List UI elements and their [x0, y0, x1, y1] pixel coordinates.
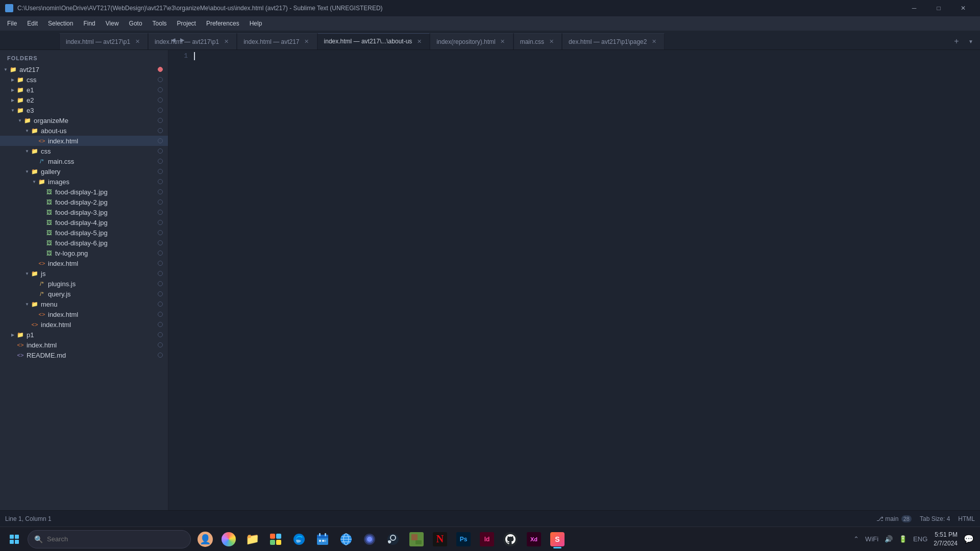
taskbar-app-netflix[interactable]: N	[429, 528, 451, 550]
tree-item-menu[interactable]: ▼ 📁 menu	[0, 299, 168, 309]
taskbar-app-indesign[interactable]: Id	[476, 528, 498, 550]
menu-goto[interactable]: Goto	[124, 18, 148, 29]
tab-5-close[interactable]: ✕	[499, 38, 507, 46]
tab-4-close[interactable]: ✕	[415, 37, 423, 45]
tab-1-close[interactable]: ✕	[133, 38, 141, 46]
taskbar-app-github[interactable]	[499, 528, 522, 550]
tray-language[interactable]: ENG	[911, 534, 929, 544]
tray-battery-icon[interactable]: 🔋	[897, 534, 909, 544]
tree-item-css2[interactable]: ▼ 📁 css	[0, 146, 168, 156]
tree-item-food3[interactable]: ▶ 🖼 food-display-3.jpg	[0, 207, 168, 217]
status-position[interactable]: Line 1, Column 1	[5, 515, 52, 522]
tray-wifi-icon[interactable]: WiFi	[863, 534, 880, 544]
tree-item-menu-index[interactable]: ▶ <> index.html	[0, 309, 168, 319]
git-branch-icon: ⎇	[876, 515, 884, 522]
sidebar: FOLDERS ▼ 📁 avt217 ▶ 📁 css ▶ 📁 e1	[0, 50, 168, 510]
tree-item-readme[interactable]: ▶ <> README.md	[0, 350, 168, 360]
tree-item-main-css[interactable]: ▶ /* main.css	[0, 156, 168, 166]
tree-item-food6[interactable]: ▶ 🖼 food-display-6.jpg	[0, 238, 168, 248]
new-tab-button[interactable]: +	[949, 33, 964, 49]
tree-item-e3[interactable]: ▼ 📁 e3	[0, 105, 168, 115]
search-input[interactable]	[47, 535, 184, 543]
tab-prev-button[interactable]: ◀	[168, 33, 178, 49]
tab-7-close[interactable]: ✕	[650, 38, 658, 46]
tree-item-food1[interactable]: ▶ 🖼 food-display-1.jpg	[0, 187, 168, 197]
text-cursor	[194, 52, 195, 60]
tray-up-arrow[interactable]: ⌃	[851, 534, 861, 544]
menu-file[interactable]: File	[2, 18, 22, 29]
tree-item-e2[interactable]: ▶ 📁 e2	[0, 95, 168, 105]
tab-next-button[interactable]: ▶	[178, 33, 187, 49]
tab-5[interactable]: index(repository).html ✕	[430, 33, 513, 49]
tray-clock[interactable]: 5:51 PM 2/7/2024	[934, 531, 958, 548]
tree-item-about-us-index[interactable]: ▶ <> index.html	[0, 136, 168, 146]
taskbar-app-fileexplorer[interactable]: 📁	[241, 528, 263, 550]
tree-item-root-index[interactable]: ▶ <> index.html	[0, 340, 168, 350]
close-button[interactable]: ✕	[951, 0, 975, 16]
menu-find[interactable]: Find	[78, 18, 100, 29]
editor-content[interactable]: 1	[168, 50, 980, 510]
taskbar-app-browser[interactable]	[335, 528, 357, 550]
taskbar-app-photoshop[interactable]: Ps	[452, 528, 475, 550]
tab-6-close[interactable]: ✕	[547, 38, 555, 46]
taskbar-search-box[interactable]: 🔍	[28, 530, 191, 548]
md-file-icon: <>	[16, 351, 24, 359]
taskbar-app-settings[interactable]	[217, 528, 240, 550]
tree-item-js[interactable]: ▼ 📁 js	[0, 268, 168, 279]
tab-7[interactable]: ‌dex.html — avt217\p1\page2 ✕	[562, 33, 665, 49]
menu-edit[interactable]: Edit	[22, 18, 43, 29]
tree-item-tvlogo[interactable]: ▶ 🖼 tv-logo.png	[0, 248, 168, 258]
taskbar-app-minecraft[interactable]	[405, 528, 428, 550]
tree-item-food4[interactable]: ▶ 🖼 food-display-4.jpg	[0, 217, 168, 228]
tab-1[interactable]: index.html — avt217\p1 ✕	[59, 33, 148, 49]
tree-item-p1[interactable]: ▶ 📁 p1	[0, 330, 168, 340]
status-language[interactable]: HTML	[958, 515, 975, 522]
menu-tools[interactable]: Tools	[148, 18, 172, 29]
tree-item-plugins[interactable]: ▶ /* plugins.js	[0, 279, 168, 289]
tree-item-gallery-index[interactable]: ▶ <> index.html	[0, 258, 168, 268]
menu-project[interactable]: Project	[172, 18, 201, 29]
tree-item-organizeMe[interactable]: ▼ 📁 organizeMe	[0, 115, 168, 126]
tree-item-org-index[interactable]: ▶ <> index.html	[0, 319, 168, 330]
tree-item-images[interactable]: ▼ 📁 images	[0, 177, 168, 187]
editor-text[interactable]	[194, 52, 980, 508]
menu-view[interactable]: View	[101, 18, 124, 29]
tree-item-gallery[interactable]: ▼ 📁 gallery	[0, 166, 168, 177]
taskbar-app-steam[interactable]	[382, 528, 404, 550]
taskbar-app-profile[interactable]: 👤	[194, 528, 216, 550]
taskbar-app-edge[interactable]	[288, 528, 310, 550]
taskbar-app-launchpad[interactable]	[264, 528, 287, 550]
tab-2-close[interactable]: ✕	[222, 38, 230, 46]
minimize-button[interactable]: ─	[902, 0, 926, 16]
tree-item-food2[interactable]: ▶ 🖼 food-display-2.jpg	[0, 197, 168, 207]
menu-help[interactable]: Help	[244, 18, 267, 29]
tray-volume-icon[interactable]: 🔊	[883, 534, 895, 544]
tab-3[interactable]: index.html — avt217 ✕	[237, 33, 317, 49]
tab-3-close[interactable]: ✕	[303, 38, 311, 46]
tab-6[interactable]: main.css ✕	[513, 33, 562, 49]
taskbar-app-sublime[interactable]: S	[546, 528, 569, 550]
restore-button[interactable]: □	[927, 0, 950, 16]
item-badge	[158, 148, 163, 154]
editor-area[interactable]: 1	[168, 50, 980, 510]
tray-notification-icon[interactable]: 💬	[962, 533, 976, 545]
menu-selection[interactable]: Selection	[43, 18, 78, 29]
status-tab-size[interactable]: Tab Size: 4	[920, 515, 950, 522]
taskbar-app-calendar[interactable]	[311, 528, 334, 550]
tree-item-query[interactable]: ▶ /* query.js	[0, 289, 168, 299]
taskbar-app-cortana[interactable]	[358, 528, 381, 550]
tree-item-avt217[interactable]: ▼ 📁 avt217	[0, 64, 168, 74]
tab-4[interactable]: index.html — avt217\...\about-us ✕	[317, 33, 430, 49]
menu-preferences[interactable]: Preferences	[201, 18, 244, 29]
tree-item-e1[interactable]: ▶ 📁 e1	[0, 85, 168, 95]
tree-item-about-us[interactable]: ▼ 📁 about-us	[0, 126, 168, 136]
tab-2[interactable]: index.html — avt217\p1 ✕	[148, 33, 237, 49]
status-right: ⎇ main 28 Tab Size: 4 HTML	[876, 515, 975, 522]
tab-overflow-button[interactable]: ▼	[966, 33, 976, 49]
start-button[interactable]	[4, 529, 24, 549]
status-git-branch[interactable]: ⎇ main 28	[876, 515, 912, 522]
taskbar-app-xd[interactable]: Xd	[523, 528, 545, 550]
settings-icon	[222, 532, 236, 546]
tree-item-css[interactable]: ▶ 📁 css	[0, 74, 168, 85]
tree-item-food5[interactable]: ▶ 🖼 food-display-5.jpg	[0, 228, 168, 238]
